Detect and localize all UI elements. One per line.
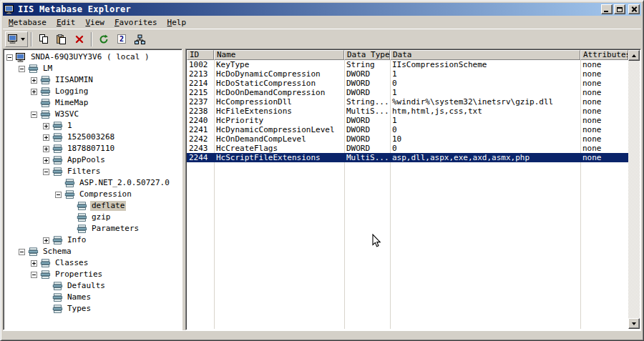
tree-node-schema[interactable]: Schema: [4, 246, 182, 257]
cell-id: 2238: [187, 107, 214, 116]
expand-toggle-icon[interactable]: [43, 146, 49, 152]
tree-node-label: LM: [42, 64, 54, 74]
collapse-toggle-icon[interactable]: [31, 112, 37, 118]
app-icon: [4, 4, 16, 14]
tree-node-filters[interactable]: Filters: [4, 166, 182, 177]
tree-node-properties[interactable]: Properties: [4, 269, 182, 280]
table-row-2237[interactable]: 2237HcCompressionDllString...%windir%\sy…: [187, 97, 628, 107]
minimize-button[interactable]: [601, 4, 613, 14]
expand-toggle-icon[interactable]: [43, 123, 49, 129]
tree-node-asp-net-2-0-50727-0[interactable]: ASP.NET_2.0.50727.0: [4, 177, 182, 189]
tree-node-mimemap[interactable]: MimeMap: [4, 97, 182, 109]
tree-node-deflate[interactable]: deflate: [4, 200, 182, 212]
table-header: IDNameData TypeDataAttributes: [187, 50, 628, 60]
column-header-attributes[interactable]: Attributes: [580, 50, 628, 60]
tree-node-types[interactable]: Types: [4, 303, 182, 315]
column-header-data[interactable]: Data: [390, 50, 580, 60]
tree-node-snda-69q3uyy3v6-local[interactable]: SNDA-69Q3UYY3V6 ( local ): [4, 51, 182, 63]
table-row-2243[interactable]: 2243HcCreateFlagsDWORD0none: [187, 144, 628, 153]
collapse-toggle-icon[interactable]: [43, 169, 49, 175]
menu-item-metabase[interactable]: Metabase: [4, 16, 52, 29]
metabase-key-icon: [40, 259, 51, 268]
expand-toggle-icon[interactable]: [31, 77, 37, 84]
collapse-toggle-icon[interactable]: [19, 249, 25, 255]
tree-node-label: Properties: [54, 270, 104, 280]
window-controls: [601, 4, 640, 14]
window-title: IIS Metabase Explorer: [18, 4, 601, 14]
table-row-2240[interactable]: 2240HcPriorityDWORD1none: [187, 116, 628, 125]
column-header-name[interactable]: Name: [214, 50, 344, 60]
menu-item-favorites[interactable]: Favorites: [109, 16, 162, 29]
tree-node-logging[interactable]: Logging: [4, 86, 182, 97]
tree-node-parameters[interactable]: Parameters: [4, 223, 182, 234]
table-row-2242[interactable]: 2242HcOnDemandCompLevelDWORD10none: [187, 134, 628, 144]
tree-node-defaults[interactable]: Defaults: [4, 280, 182, 292]
tree-node-info[interactable]: Info: [4, 234, 182, 246]
tree-node-lm[interactable]: LM: [4, 63, 182, 74]
table-row-2244[interactable]: 2244HcScriptFileExtensionsMultiS...asp,d…: [187, 153, 628, 162]
cell-id: 2237: [187, 97, 214, 107]
tree-node-1[interactable]: 1: [4, 120, 182, 132]
maximize-button[interactable]: [614, 4, 625, 14]
collapse-toggle-icon[interactable]: [19, 66, 25, 72]
delete-button[interactable]: [71, 31, 88, 47]
menu-item-view[interactable]: View: [80, 16, 109, 29]
tree-node-1525003268[interactable]: 1525003268: [4, 132, 182, 143]
copy-button[interactable]: [35, 31, 52, 47]
close-button[interactable]: [628, 4, 640, 14]
paste-icon: [57, 34, 67, 44]
connect-button[interactable]: [5, 31, 28, 47]
table-row-2238[interactable]: 2238HcFileExtensionsMultiS...htm,html,js…: [187, 107, 628, 116]
tree-node-label: Filters: [66, 167, 102, 177]
menu-item-help[interactable]: Help: [162, 16, 192, 29]
table-row-2241[interactable]: 2241HcDynamicCompressionLevelDWORD0none: [187, 125, 628, 134]
scroll-down-button[interactable]: [628, 318, 640, 329]
menu-item-edit[interactable]: Edit: [52, 16, 81, 29]
tree-node-1878807110[interactable]: 1878807110: [4, 143, 182, 154]
cell-name: HcPriority: [214, 116, 344, 125]
cell-id: 2243: [187, 144, 214, 153]
tree-node-w3svc[interactable]: W3SVC: [4, 109, 182, 120]
metabase-key-icon: [40, 87, 51, 97]
table-row-1002[interactable]: 1002KeyTypeStringIIsCompressionSchemenon…: [187, 60, 628, 69]
cell-data-type: DWORD: [344, 88, 390, 97]
tree-node-classes[interactable]: Classes: [4, 257, 182, 269]
title-bar: IIS Metabase Explorer: [3, 3, 641, 16]
network-button[interactable]: [131, 31, 148, 47]
vertical-scrollbar[interactable]: [628, 50, 640, 329]
collapse-toggle-icon[interactable]: [55, 192, 62, 198]
tree-node-iisadmin[interactable]: IISADMIN: [4, 74, 182, 86]
column-header-data-type[interactable]: Data Type: [344, 50, 390, 60]
cell-data-type: DWORD: [344, 69, 390, 79]
expand-toggle-icon[interactable]: [31, 89, 37, 95]
expand-toggle-icon[interactable]: [31, 260, 37, 267]
metabase-key-icon: [40, 99, 51, 108]
table-row-2214[interactable]: 2214HcDoStaticCompressionDWORD0none: [187, 79, 628, 88]
expand-toggle-icon[interactable]: [43, 157, 49, 164]
cell-name: HcDoStaticCompression: [214, 79, 344, 88]
id-display-button[interactable]: 2: [113, 31, 130, 47]
tree-node-names[interactable]: Names: [4, 292, 182, 303]
tree-node-gzip[interactable]: gzip: [4, 212, 182, 223]
paste-button[interactable]: [53, 31, 70, 47]
cell-data-type: String: [344, 60, 390, 69]
arrow-down-icon: [632, 322, 636, 325]
scroll-up-button[interactable]: [628, 50, 640, 61]
tree-node-label: SNDA-69Q3UYY3V6 ( local ): [29, 52, 151, 62]
expand-toggle-icon[interactable]: [43, 134, 49, 141]
tree-node-apppools[interactable]: AppPools: [4, 154, 182, 166]
expand-toggle-icon[interactable]: [43, 237, 49, 244]
cell-data: 0: [390, 79, 580, 88]
cell-attributes: none: [580, 116, 628, 125]
cell-data-type: MultiS...: [344, 107, 390, 116]
collapse-toggle-icon[interactable]: [31, 272, 37, 278]
refresh-button[interactable]: [95, 31, 112, 47]
table-row-2213[interactable]: 2213HcDoDynamicCompressionDWORD1none: [187, 69, 628, 79]
collapse-toggle-icon[interactable]: [6, 54, 13, 61]
table-row-2215[interactable]: 2215HcDoOnDemandCompressionDWORD1none: [187, 88, 628, 97]
cell-data: asp,dll,aspx,exe,axd,asmx,php: [390, 153, 580, 162]
toolbar-separator: [31, 32, 32, 46]
tree-node-compression[interactable]: Compression: [4, 189, 182, 200]
delete-icon: [75, 35, 84, 44]
column-header-id[interactable]: ID: [187, 50, 214, 60]
